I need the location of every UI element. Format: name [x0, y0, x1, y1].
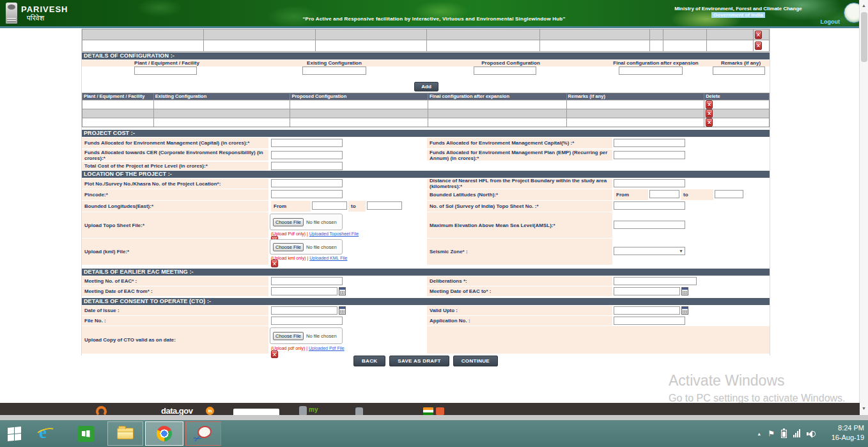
section-title-eac-meeting: DETAILS OF EARLIER EAC MEETING :-	[82, 269, 770, 276]
taskbar-clock[interactable]: 8:24 PM 16-Aug-19	[822, 423, 864, 443]
volume-icon[interactable]	[807, 430, 817, 438]
remarks-input[interactable]	[713, 67, 765, 75]
logout-link[interactable]: Logout	[821, 19, 841, 25]
cto-valid-upto-input[interactable]	[614, 306, 680, 315]
page-footer: data.gov in my	[0, 403, 860, 415]
table-row: X	[82, 100, 769, 109]
no-file-chosen-text: No file chosen	[306, 333, 337, 339]
footer-logo-bar	[233, 409, 279, 415]
to-label: to	[348, 201, 366, 212]
final-configuration-input[interactable]	[619, 67, 683, 75]
field-label: Meeting Date of EAC from* :	[82, 286, 268, 296]
funds-cer-input[interactable]	[271, 151, 343, 159]
meeting-date-to-input[interactable]	[614, 287, 680, 295]
page-scrollbar[interactable]: ▲ ▼	[859, 0, 868, 415]
battery-icon[interactable]	[781, 430, 787, 438]
proposed-configuration-input[interactable]	[474, 67, 536, 75]
internet-explorer-button[interactable]: e	[33, 421, 59, 446]
topo-sheet-no-input[interactable]	[614, 201, 685, 210]
chrome-button[interactable]	[145, 421, 183, 446]
uploaded-toposheet-link[interactable]: Uploaded Toposheet File	[309, 231, 359, 236]
scrollbar-down-icon[interactable]: ▼	[860, 404, 868, 412]
delete-row-icon[interactable]: X	[755, 31, 762, 39]
uploaded-kml-link[interactable]: Uploaded KML File	[309, 256, 347, 260]
table-cell	[427, 40, 540, 51]
delete-row-icon[interactable]: X	[706, 118, 713, 127]
save-as-draft-button[interactable]: SAVE AS DRAFT	[389, 356, 449, 366]
meeting-date-from-input[interactable]	[271, 287, 337, 295]
longitude-from-input[interactable]	[312, 201, 347, 210]
delete-row-icon[interactable]: X	[706, 100, 713, 109]
field-label: Funds Allocated for Environment Manageme…	[82, 137, 268, 148]
table-cell	[428, 118, 567, 127]
plant-equipment-input[interactable]	[134, 67, 197, 75]
table-cell	[290, 118, 428, 127]
form-content: X X DETAILS OF CONFIGURATION :- Plant / …	[82, 0, 770, 403]
cto-application-no-input[interactable]	[614, 317, 685, 325]
remove-kml-file-icon[interactable]: X	[271, 260, 278, 267]
calendar-icon[interactable]	[681, 306, 688, 315]
calendar-icon[interactable]	[681, 287, 688, 295]
latitude-from-input[interactable]	[649, 190, 679, 198]
network-signal-icon[interactable]	[793, 430, 800, 437]
funds-capital-input[interactable]	[271, 139, 343, 147]
uploaded-pdf-link[interactable]: Uploaded Pdf File	[309, 346, 345, 350]
longitude-to-input[interactable]	[367, 201, 402, 210]
table-row: X	[82, 29, 769, 40]
field-label: Plot No./Survey No./Khasra No. of the Pr…	[82, 178, 268, 189]
delete-row-icon[interactable]: X	[706, 109, 713, 118]
table-cell	[707, 29, 754, 40]
scrollbar-up-icon[interactable]: ▲	[860, 1, 868, 10]
cto-issue-date-input[interactable]	[271, 306, 337, 315]
column-label: Proposed Configuration	[481, 60, 540, 67]
calendar-icon[interactable]	[339, 287, 346, 295]
choose-file-button[interactable]: Choose File	[273, 332, 304, 340]
choose-file-button[interactable]: Choose File	[273, 218, 304, 226]
hfl-distance-input[interactable]	[614, 179, 685, 187]
field-label: Meeting No. of EAC* :	[82, 276, 268, 286]
location-row: Bounded Longitudes(East):* From to No. o…	[82, 201, 770, 212]
funds-emp-input[interactable]	[614, 151, 685, 159]
latitude-to-input[interactable]	[715, 190, 743, 198]
table-cell: X	[704, 100, 769, 109]
config-column-headers: Plant / Equipment / Facility Existing Co…	[82, 60, 770, 67]
continue-button[interactable]: CONTINUE	[453, 356, 498, 366]
back-button[interactable]: BACK	[353, 356, 385, 366]
windows-store-button[interactable]	[73, 421, 98, 446]
amsl-input[interactable]	[614, 221, 685, 229]
table-cell	[290, 100, 428, 109]
existing-configuration-input[interactable]	[302, 67, 366, 75]
cto-file-no-input[interactable]	[271, 317, 343, 325]
table-cell	[663, 40, 707, 51]
seismic-zone-select[interactable]: ▼	[614, 247, 685, 255]
snipping-tool-icon: ✂	[194, 425, 212, 442]
start-button[interactable]	[4, 421, 24, 446]
file-explorer-button[interactable]	[107, 421, 143, 446]
action-center-flag-icon[interactable]: ⚑	[768, 429, 775, 438]
total-cost-input[interactable]	[271, 162, 343, 170]
table-cell	[567, 109, 705, 118]
plot-survey-input[interactable]	[271, 179, 343, 187]
cto-row: Date of Issue : Valid Upto :	[82, 306, 770, 315]
cto-file-upload: Choose File No file chosen	[270, 327, 343, 344]
funds-capital-percent-input[interactable]	[614, 139, 685, 147]
pincode-input[interactable]	[271, 190, 343, 198]
add-button[interactable]: Add	[414, 82, 438, 91]
table-cell	[316, 29, 427, 40]
deliberations-input[interactable]	[614, 277, 697, 285]
calendar-icon[interactable]	[339, 306, 346, 315]
table-cell	[540, 40, 651, 51]
chrome-icon	[157, 426, 172, 441]
field-label: Upload Topo Sheet File:*	[82, 212, 268, 238]
meeting-no-input[interactable]	[271, 277, 343, 285]
kml-file-upload: Choose File No file chosen	[270, 239, 343, 255]
location-row: Pincode:* Bounded Latitudes (North):* Fr…	[82, 189, 770, 200]
table-cell	[567, 100, 705, 109]
snipping-tool-button[interactable]: ✂	[185, 421, 221, 446]
configuration-table: Plant / Equipment / Facility Existing Co…	[82, 93, 770, 127]
tray-expand-icon[interactable]: ▲	[757, 432, 761, 436]
delete-row-icon[interactable]: X	[755, 42, 762, 50]
column-label: Remarks (if any)	[721, 60, 761, 67]
scrollbar-thumb[interactable]	[861, 12, 867, 62]
choose-file-button[interactable]: Choose File	[273, 243, 304, 251]
